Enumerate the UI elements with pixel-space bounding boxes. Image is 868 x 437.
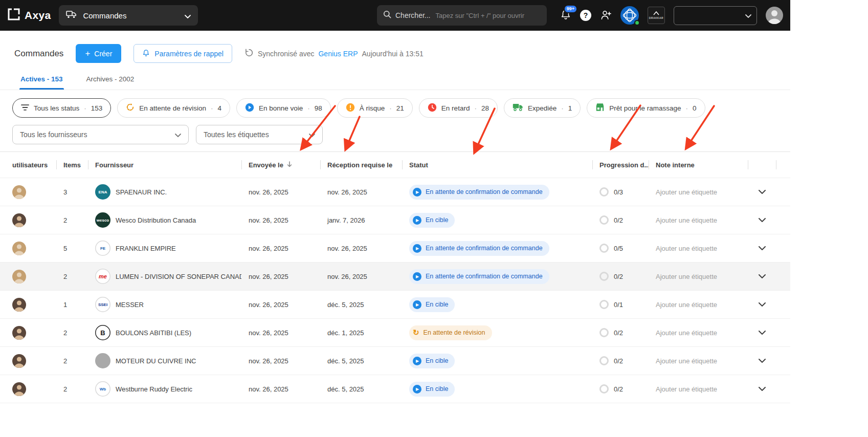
tags-dropdown-label: Toutes les étiquettes	[204, 130, 269, 139]
chevron-down-icon[interactable]	[759, 246, 766, 250]
add-tag-button[interactable]: Ajouter une étiquette	[649, 301, 748, 309]
sent-date: nov. 26, 2025	[241, 329, 320, 337]
items-count: 2	[56, 273, 88, 280]
supplier-name: FRANKLIN EMPIRE	[116, 245, 176, 252]
chip-label: En bonne voie	[259, 104, 303, 112]
refresh-icon: ↻	[413, 328, 419, 337]
table-row[interactable]: 2 MOTEUR DU CUIVRE INC nov. 26, 2025 déc…	[0, 346, 790, 375]
notifications-button[interactable]: 99+	[560, 9, 571, 22]
status-label: En cible	[426, 385, 448, 392]
required-date: déc. 1, 2025	[320, 329, 402, 337]
supplier-logo: B	[95, 325, 110, 340]
col-sent[interactable]: Envoyée le	[241, 152, 320, 178]
required-date: nov. 26, 2025	[320, 245, 402, 252]
help-button[interactable]: ?	[580, 10, 591, 21]
chip-at-risk[interactable]: À risque 21	[337, 98, 413, 118]
chevron-down-icon	[185, 11, 191, 20]
topbar-actions: 99+ ? DRAKKAR	[560, 6, 783, 25]
table-row[interactable]: 2 WbWestburne Ruddy Electric nov. 26, 20…	[0, 375, 790, 403]
items-count: 1	[56, 301, 88, 309]
chevron-down-icon[interactable]	[759, 387, 766, 391]
add-tag-button[interactable]: Ajouter une étiquette	[649, 216, 748, 224]
tab-archives[interactable]: Archives - 2002	[86, 75, 135, 90]
chip-all-status[interactable]: Tous les status 153	[12, 98, 111, 118]
chip-label: En attente de révision	[139, 104, 206, 112]
add-tag-button[interactable]: Ajouter une étiquette	[649, 188, 748, 196]
chevron-down-icon[interactable]	[759, 302, 766, 307]
items-count: 2	[56, 329, 88, 337]
chip-late[interactable]: En retard 28	[419, 98, 498, 118]
invite-user-button[interactable]	[600, 9, 612, 22]
table-row[interactable]: 2 meLUMEN - DIVISION OF SONEPAR CANADA I…	[0, 262, 790, 290]
reminder-settings-button[interactable]: Paramètres de rappel	[133, 44, 232, 63]
progress-label: 0/2	[614, 273, 623, 280]
supplier-logo: me	[95, 269, 110, 284]
table-row[interactable]: 2 wescoWesco Distribution Canada nov. 26…	[0, 206, 790, 234]
chevron-down-icon[interactable]	[759, 331, 766, 335]
col-sent-label: Envoyée le	[249, 161, 283, 169]
user-menu-avatar[interactable]	[766, 7, 783, 24]
supplier-logo: ENA	[95, 184, 110, 200]
col-status: Statut	[402, 152, 592, 178]
add-tag-button[interactable]: Ajouter une étiquette	[649, 385, 748, 393]
user-avatar	[12, 354, 26, 368]
chip-count: 0	[686, 104, 697, 112]
truck-icon	[513, 103, 523, 113]
add-user-icon	[600, 9, 612, 22]
genius-erp-link[interactable]: Genius ERP	[318, 50, 358, 58]
chevron-down-icon[interactable]	[759, 190, 766, 194]
organization-logo[interactable]	[620, 6, 639, 25]
play-icon: ▶	[413, 216, 421, 225]
tab-actives[interactable]: Actives - 153	[20, 75, 63, 90]
add-tag-button[interactable]: Ajouter une étiquette	[649, 273, 748, 280]
chevron-down-icon	[745, 12, 751, 19]
items-count: 2	[56, 216, 88, 224]
filters-section: Tous les status 153 En attente de révisi…	[0, 90, 790, 151]
tags-dropdown[interactable]: Toutes les étiquettes	[196, 125, 323, 144]
chip-count: 4	[211, 104, 221, 112]
chip-pending-review[interactable]: En attente de révision 4	[117, 98, 230, 118]
supplier-name: LUMEN - DIVISION OF SONEPAR CANADA INC	[116, 273, 241, 280]
col-items: Items	[56, 152, 88, 178]
table-row[interactable]: 1 SSEIMESSER nov. 26, 2025 déc. 5, 2025 …	[0, 290, 790, 318]
table-row[interactable]: 2 BBOULONS ABITIBI (LES) nov. 26, 2025 d…	[0, 318, 790, 346]
chip-ready-pickup[interactable]: Prêt pour le ramassage 0	[587, 98, 705, 118]
sent-date: nov. 26, 2025	[241, 301, 320, 309]
status-pill: ▶↻En attente de confirmation de commande	[409, 269, 549, 284]
chip-on-track[interactable]: En bonne voie 98	[236, 98, 331, 118]
suppliers-dropdown[interactable]: Tous les fournisseurs	[12, 125, 189, 144]
search-input[interactable]: Chercher... Tapez sur "Ctrl + /" pour ou…	[377, 5, 547, 26]
chevron-down-icon[interactable]	[759, 274, 766, 278]
chevron-down-icon	[175, 130, 181, 139]
sort-desc-icon[interactable]	[287, 161, 292, 169]
supplier-logo: Wb	[95, 381, 110, 397]
table-row[interactable]: 3 ENASPAENAUR INC. nov. 26, 2025 nov. 26…	[0, 178, 790, 206]
chip-shipped[interactable]: Expediée 1	[504, 98, 581, 118]
add-tag-button[interactable]: Ajouter une étiquette	[649, 329, 748, 337]
drakkar-logo[interactable]: DRAKKAR	[648, 7, 665, 24]
status-label: En attente de confirmation de commande	[426, 245, 543, 252]
create-button[interactable]: + Créer	[76, 44, 121, 63]
workspace-selector[interactable]: Commandes	[59, 5, 198, 26]
filter-dropdowns: Tous les fournisseurs Toutes les étiquet…	[12, 125, 778, 144]
add-tag-button[interactable]: Ajouter une étiquette	[649, 357, 748, 365]
supplier-logo	[95, 353, 110, 368]
user-avatar	[12, 382, 26, 396]
progress-label: 0/2	[614, 357, 623, 365]
chip-label: À risque	[360, 104, 385, 112]
table-row[interactable]: 5 FEFRANKLIN EMPIRE nov. 26, 2025 nov. 2…	[0, 234, 790, 262]
sent-date: nov. 26, 2025	[241, 188, 320, 196]
status-pill: ▶↻En attente de confirmation de commande	[409, 185, 549, 200]
chevron-down-icon[interactable]	[759, 359, 766, 363]
add-tag-button[interactable]: Ajouter une étiquette	[649, 245, 748, 252]
required-date: janv. 7, 2026	[320, 216, 402, 224]
progress-label: 0/2	[614, 329, 623, 337]
topbar-dropdown[interactable]	[674, 6, 757, 25]
chip-count: 1	[561, 104, 572, 112]
supplier-logo: SSEI	[95, 297, 110, 312]
store-icon	[595, 103, 605, 113]
topbar: Axya Commandes Chercher... Tapez sur "Ct…	[0, 0, 790, 31]
chevron-down-icon[interactable]	[759, 218, 766, 222]
supplier-name: MESSER	[116, 301, 144, 309]
brand-name: Axya	[25, 9, 51, 21]
